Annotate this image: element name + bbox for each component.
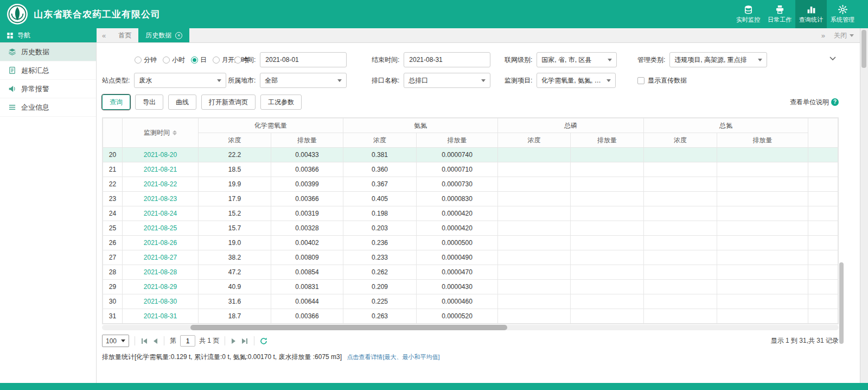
radio-label: 日 [200, 55, 207, 65]
station-type-select[interactable]: 废水 [134, 73, 226, 88]
query-button[interactable]: 查询 [102, 95, 130, 110]
group-header-tp: 总磷 [498, 118, 644, 133]
row-filler [808, 265, 838, 280]
next-page-button[interactable] [231, 338, 237, 344]
table-row[interactable]: 292021-08-2940.90.008310.2090.0000430 [103, 280, 838, 294]
curve-button[interactable]: 曲线 [168, 95, 196, 110]
row-filler [808, 192, 838, 206]
divider [135, 336, 135, 345]
period-radio-day[interactable]: 日 [191, 55, 207, 65]
table-row[interactable]: 242021-08-2415.20.003190.1980.0000420 [103, 206, 838, 221]
chevron-down-icon [608, 59, 612, 61]
row-value [717, 148, 808, 162]
topnav-system-admin[interactable]: 系统管理 [827, 0, 858, 28]
period-radio-month[interactable]: 月 [213, 55, 228, 65]
period-radio-minute[interactable]: 分钟 [135, 55, 157, 65]
last-page-button[interactable] [241, 338, 248, 344]
condition-params-button[interactable]: 工况参数 [260, 95, 302, 110]
stats-detail-link[interactable]: 点击查看详情[最大、最小和平均值] [347, 354, 439, 360]
first-page-button[interactable] [141, 338, 148, 344]
table-row[interactable]: 312021-08-3118.70.003660.2630.0000520 [103, 309, 838, 324]
table-row[interactable]: 232021-08-2317.90.003660.4050.0000830 [103, 192, 838, 206]
row-value: 0.0000830 [417, 192, 498, 206]
horizontal-scrollbar-thumb[interactable] [190, 325, 507, 330]
tabs-scroll-right-icon[interactable]: » [816, 28, 831, 42]
network-level-select[interactable]: 国家, 省, 市, 区县 [537, 52, 617, 67]
sidebar-item-abnormal-alarm[interactable]: 异常报警 [0, 80, 96, 98]
row-value: 0.263 [343, 309, 417, 324]
table-row[interactable]: 282021-08-2847.20.008540.2620.0000470 [103, 265, 838, 280]
tabs-scroll-left-icon[interactable]: « [97, 28, 111, 42]
table-row[interactable]: 212021-08-2118.50.003660.3600.0000710 [103, 162, 838, 177]
outlet-select[interactable]: 总排口 [404, 73, 490, 88]
sidebar-item-history-data[interactable]: 历史数据 [0, 43, 96, 61]
chevron-down-icon [607, 79, 611, 82]
filter-row-1: 分钟小时日月年 开始时间: 结束时间: 联网级别: 国家, 省, 市, 区县 [102, 49, 839, 70]
direct-data-label: 显示直传数据 [648, 76, 687, 85]
table-row[interactable]: 252021-08-2515.70.003280.2030.0000420 [103, 221, 838, 236]
page-scrollbar-thumb[interactable] [861, 30, 866, 68]
monitor-items-select[interactable]: 化学需氧量, 氨氮, 总磷, 总 [537, 73, 616, 88]
period-radio-hour[interactable]: 小时 [163, 55, 185, 65]
unit-help-link[interactable]: 查看单位说明 ? [790, 98, 839, 107]
refresh-icon[interactable] [260, 337, 267, 345]
row-value [717, 280, 808, 294]
row-value: 0.00319 [271, 206, 343, 221]
direct-data-checkbox[interactable] [637, 77, 644, 84]
row-value: 0.00854 [271, 265, 343, 280]
row-filler [808, 221, 838, 236]
row-value: 0.198 [343, 206, 417, 221]
station-type-value: 废水 [139, 76, 152, 85]
row-value [717, 221, 808, 236]
topnav-realtime-monitor[interactable]: 实时监控 [732, 0, 764, 28]
row-filler [808, 177, 838, 192]
row-number: 21 [103, 162, 123, 177]
action-buttons: 查询导出曲线打开新查询页工况参数 [102, 95, 302, 110]
start-time-input[interactable] [260, 52, 347, 67]
row-value [498, 309, 571, 324]
topnav-daily-work[interactable]: 日常工作 [764, 0, 795, 28]
tab-history-data[interactable]: 历史数据 × [138, 28, 189, 42]
table-row[interactable]: 272021-08-2738.20.008090.2330.0000490 [103, 250, 838, 265]
sidebar-item-exceed-summary[interactable]: 超标汇总 [0, 61, 96, 80]
row-date: 2021-08-25 [123, 221, 199, 236]
open-new-query-button[interactable]: 打开新查询页 [201, 95, 256, 110]
sort-icon[interactable] [173, 130, 177, 135]
page-size-select[interactable]: 100 [102, 335, 129, 347]
sub-header-emission: 排放量 [417, 133, 498, 148]
close-tabs-menu[interactable]: 关闭 [831, 28, 857, 42]
row-value: 0.0000730 [417, 177, 498, 192]
table-row[interactable]: 262021-08-2619.00.004020.2360.0000500 [103, 236, 838, 250]
row-date: 2021-08-30 [123, 294, 199, 309]
export-button[interactable]: 导出 [135, 95, 163, 110]
data-table: 监测时间 化学需氧量 氨氮 总磷 总氮 浓度 排放量 浓度 排放量 浓度 [102, 117, 839, 324]
row-date: 2021-08-22 [123, 177, 199, 192]
row-date: 2021-08-23 [123, 192, 199, 206]
question-icon: ? [831, 98, 839, 106]
end-time-input[interactable] [404, 52, 490, 67]
vertical-scrollbar-thumb[interactable] [839, 262, 844, 344]
table-row[interactable]: 302021-08-3031.60.006440.2250.0000460 [103, 294, 838, 309]
bottom-bar [0, 383, 868, 390]
table-row[interactable]: 202021-08-2022.20.004330.3810.0000740 [103, 148, 838, 162]
page-label-prefix: 第 [170, 336, 176, 345]
tab-home[interactable]: 首页 [111, 28, 138, 42]
manage-type-select[interactable]: 违规项目, 高架源, 重点排 [669, 52, 767, 67]
divider [225, 336, 225, 345]
page-number-input[interactable] [180, 335, 195, 347]
row-value: 0.381 [343, 148, 417, 162]
radio-icon [234, 56, 241, 64]
topnav-query-stats[interactable]: 查询统计 [795, 0, 827, 28]
row-value: 15.2 [199, 206, 271, 221]
prev-page-button[interactable] [152, 338, 158, 344]
radio-label: 分钟 [144, 55, 157, 65]
city-select[interactable]: 全部 [260, 73, 347, 88]
close-tab-icon[interactable]: × [175, 32, 182, 39]
time-column-header[interactable]: 监测时间 [123, 118, 199, 148]
radio-icon [135, 56, 142, 64]
sidebar-item-enterprise-info[interactable]: 企业信息 [0, 98, 96, 117]
row-value [498, 250, 571, 265]
station-type-label: 站点类型: [102, 76, 130, 85]
collapse-filters-icon[interactable] [829, 55, 837, 64]
table-row[interactable]: 222021-08-2219.90.003990.3670.0000730 [103, 177, 838, 192]
